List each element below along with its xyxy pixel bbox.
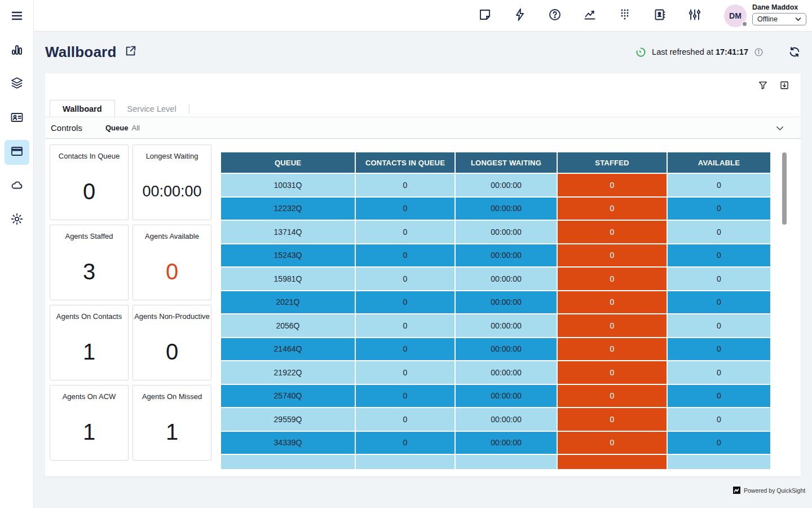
export-button[interactable]: [778, 80, 791, 93]
table-row: 25740Q000:00:0000: [221, 385, 770, 408]
cell-longest-waiting[interactable]: 00:00:00: [456, 408, 557, 431]
quick-actions-button[interactable]: [513, 8, 527, 23]
cell-staffed[interactable]: 0: [558, 314, 667, 337]
cell-longest-waiting[interactable]: 00:00:00: [456, 221, 557, 243]
cell-contacts-in-queue[interactable]: 0: [356, 198, 454, 220]
column-header[interactable]: CONTACTS IN QUEUE: [356, 152, 454, 173]
sidebar-item-analytics[interactable]: [5, 38, 29, 63]
cell-available[interactable]: 0: [668, 361, 770, 384]
cell-longest-waiting[interactable]: 00:00:00: [456, 244, 557, 267]
cell-queue[interactable]: 29559Q: [221, 408, 355, 431]
filter-button[interactable]: [757, 80, 769, 93]
cell-contacts-in-queue[interactable]: 0: [356, 338, 454, 361]
cell-available[interactable]: [668, 455, 770, 469]
cell-queue[interactable]: 21922Q: [221, 361, 355, 384]
cell-longest-waiting[interactable]: 00:00:00: [456, 314, 557, 337]
note-button[interactable]: [478, 8, 492, 23]
queue-filter[interactable]: Queue All: [105, 124, 140, 132]
sidebar-item-contacts[interactable]: [5, 106, 29, 131]
kpi-label: Agents On Missed: [133, 392, 211, 401]
cell-staffed[interactable]: 0: [558, 385, 667, 408]
sidebar-item-settings[interactable]: [5, 208, 29, 233]
controls-collapse-button[interactable]: [775, 123, 785, 135]
cell-available[interactable]: 0: [668, 174, 770, 196]
cell-available[interactable]: 0: [668, 432, 770, 454]
column-header[interactable]: QUEUE: [221, 152, 355, 173]
cell-queue[interactable]: [221, 455, 355, 469]
cell-longest-waiting[interactable]: 00:00:00: [456, 361, 557, 384]
cell-contacts-in-queue[interactable]: [356, 455, 454, 469]
cell-longest-waiting[interactable]: [456, 455, 557, 469]
cell-queue[interactable]: 2021Q: [221, 291, 355, 314]
cell-contacts-in-queue[interactable]: 0: [356, 361, 454, 384]
info-icon[interactable]: [754, 47, 764, 57]
scrollbar-thumb[interactable]: [782, 152, 787, 225]
cell-queue[interactable]: 2056Q: [221, 314, 355, 337]
cell-staffed[interactable]: 0: [558, 408, 667, 431]
cell-available[interactable]: 0: [668, 198, 770, 220]
address-book-icon: [653, 8, 667, 24]
cell-available[interactable]: 0: [668, 338, 770, 361]
cell-staffed[interactable]: 0: [558, 221, 667, 243]
cell-longest-waiting[interactable]: 00:00:00: [456, 338, 557, 361]
cell-staffed[interactable]: 0: [558, 174, 667, 196]
refresh-button[interactable]: [788, 46, 801, 58]
column-header[interactable]: AVAILABLE: [668, 152, 770, 173]
metrics-button[interactable]: [582, 8, 597, 23]
help-button[interactable]: [548, 8, 562, 23]
sidebar-item-wallboard[interactable]: [5, 140, 29, 165]
tab-wallboard[interactable]: Wallboard: [50, 100, 115, 117]
status-dropdown[interactable]: Offline: [752, 13, 806, 25]
column-header[interactable]: LONGEST WAITING: [456, 152, 557, 173]
cell-available[interactable]: 0: [668, 221, 770, 243]
preferences-button[interactable]: [687, 8, 702, 23]
cell-available[interactable]: 0: [668, 385, 770, 408]
sidebar-item-flows[interactable]: [5, 72, 29, 97]
cell-contacts-in-queue[interactable]: 0: [356, 385, 454, 408]
cell-staffed[interactable]: 0: [558, 198, 667, 220]
cell-longest-waiting[interactable]: 00:00:00: [456, 291, 557, 314]
hamburger-menu-button[interactable]: [5, 5, 29, 29]
cell-longest-waiting[interactable]: 00:00:00: [456, 198, 557, 220]
cell-available[interactable]: 0: [668, 291, 770, 314]
cell-available[interactable]: 0: [668, 244, 770, 267]
column-header[interactable]: STAFFED: [558, 152, 667, 173]
cell-queue[interactable]: 15243Q: [221, 244, 355, 267]
cell-contacts-in-queue[interactable]: 0: [356, 314, 454, 337]
cell-staffed[interactable]: 0: [558, 244, 667, 267]
cell-staffed[interactable]: 0: [558, 268, 667, 290]
open-external-button[interactable]: [125, 45, 137, 59]
cell-staffed[interactable]: 0: [558, 432, 667, 454]
cell-contacts-in-queue[interactable]: 0: [356, 244, 454, 267]
address-book-button[interactable]: [652, 8, 667, 23]
cell-queue[interactable]: 15981Q: [221, 268, 355, 290]
cell-contacts-in-queue[interactable]: 0: [356, 291, 454, 314]
cell-longest-waiting[interactable]: 00:00:00: [456, 385, 557, 408]
powered-by-quicksight[interactable]: Powered by QuickSight: [733, 487, 805, 494]
tab-service-level[interactable]: Service Level: [115, 100, 189, 117]
dialpad-button[interactable]: [617, 8, 632, 23]
cell-staffed[interactable]: [558, 455, 667, 469]
cell-queue[interactable]: 25740Q: [221, 385, 355, 408]
cell-queue[interactable]: 10031Q: [221, 174, 355, 196]
sidebar-item-cloud[interactable]: [5, 174, 29, 199]
cell-available[interactable]: 0: [668, 314, 770, 337]
cell-contacts-in-queue[interactable]: 0: [356, 268, 454, 290]
cell-staffed[interactable]: 0: [558, 291, 667, 314]
cell-longest-waiting[interactable]: 00:00:00: [456, 174, 557, 196]
cell-contacts-in-queue[interactable]: 0: [356, 174, 454, 196]
cell-queue[interactable]: 13714Q: [221, 221, 355, 243]
cell-staffed[interactable]: 0: [558, 361, 667, 384]
cell-longest-waiting[interactable]: 00:00:00: [456, 268, 557, 290]
cell-contacts-in-queue[interactable]: 0: [356, 221, 454, 243]
avatar[interactable]: DM: [724, 5, 747, 27]
cell-queue[interactable]: 12232Q: [221, 198, 355, 220]
cell-staffed[interactable]: 0: [558, 338, 667, 361]
cell-queue[interactable]: 34339Q: [221, 432, 355, 454]
cell-available[interactable]: 0: [668, 268, 770, 290]
cell-longest-waiting[interactable]: 00:00:00: [456, 432, 557, 454]
cell-contacts-in-queue[interactable]: 0: [356, 408, 454, 431]
cell-queue[interactable]: 21464Q: [221, 338, 355, 361]
cell-contacts-in-queue[interactable]: 0: [356, 432, 454, 454]
cell-available[interactable]: 0: [668, 408, 770, 431]
